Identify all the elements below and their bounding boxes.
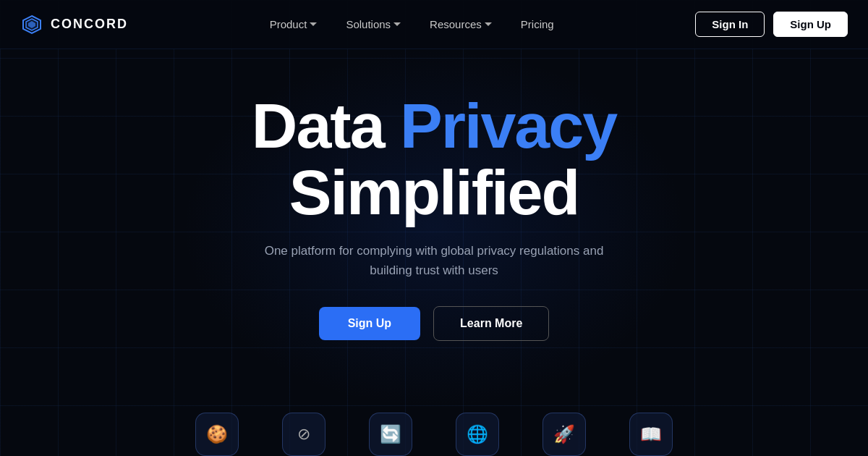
chevron-down-icon — [393, 22, 401, 27]
block-icon: ⊘ — [297, 425, 310, 444]
icon-translate: 🌐 — [456, 413, 499, 456]
translate-icon: 🌐 — [467, 424, 488, 444]
chevron-down-icon — [310, 22, 317, 27]
hero-title: Data Privacy Simplified — [252, 93, 616, 227]
launch-icon: 🚀 — [553, 424, 575, 444]
nav-pricing[interactable]: Pricing — [509, 12, 566, 36]
nav-resources[interactable]: Resources — [418, 12, 503, 36]
logo-icon — [20, 13, 43, 36]
nav-solutions[interactable]: Solutions — [334, 12, 412, 36]
icon-block: ⊘ — [282, 413, 326, 456]
icon-cookie: 🍪 — [195, 413, 239, 456]
hero-buttons: Sign Up Learn More — [319, 306, 550, 341]
nav-product[interactable]: Product — [258, 12, 329, 36]
nav-actions: Sign In Sign Up — [695, 12, 848, 37]
icon-sync: 🔄 — [369, 413, 412, 456]
cookie-icon: 🍪 — [206, 424, 228, 444]
brand-name: CONCORD — [51, 17, 128, 32]
hero-signup-button[interactable]: Sign Up — [319, 307, 420, 340]
nav-links: Product Solutions Resources Pricing — [258, 12, 566, 36]
hero-title-part2: Simplified — [289, 156, 579, 228]
chevron-down-icon — [485, 22, 492, 27]
hero-title-highlight: Privacy — [400, 90, 616, 161]
sync-icon: 🔄 — [380, 424, 401, 444]
hero-learnmore-button[interactable]: Learn More — [433, 306, 549, 341]
hero-title-part1: Data — [252, 90, 400, 161]
hero-subtitle: One platform for complying with global p… — [253, 241, 615, 280]
logo-link[interactable]: CONCORD — [20, 13, 128, 36]
book-icon: 📖 — [640, 424, 662, 444]
sign-in-button[interactable]: Sign In — [695, 12, 765, 37]
hero-section: Data Privacy Simplified One platform for… — [0, 49, 868, 355]
sign-up-nav-button[interactable]: Sign Up — [773, 12, 848, 37]
icon-launch: 🚀 — [542, 413, 586, 456]
icon-book: 📖 — [629, 413, 673, 456]
bottom-icons-row: 🍪 ⊘ 🔄 🌐 🚀 📖 — [0, 413, 868, 456]
navbar: CONCORD Product Solutions Resources Pric… — [0, 0, 868, 49]
